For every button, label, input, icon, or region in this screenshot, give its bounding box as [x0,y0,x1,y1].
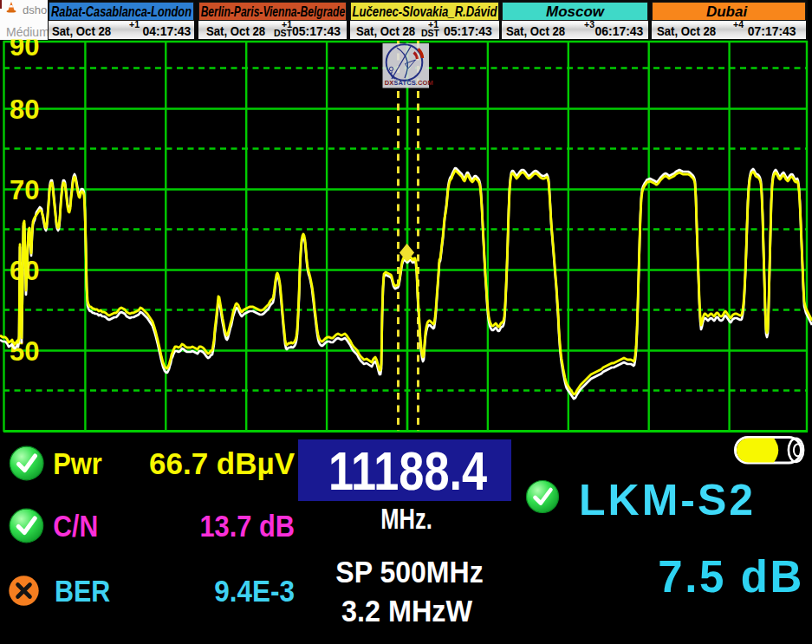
svg-text:MHz.: MHz. [380,502,432,534]
svg-text:11188.4: 11188.4 [328,441,487,502]
svg-text:80: 80 [10,94,39,125]
svg-text:7.5 dB: 7.5 dB [658,552,804,602]
svg-text:50: 50 [10,336,39,367]
svg-text:SP 500MHz: SP 500MHz [335,554,483,589]
svg-text:3.2 MHzW: 3.2 MHzW [341,593,473,628]
svg-text:90: 90 [10,31,39,62]
svg-text:Pwr: Pwr [53,446,102,480]
svg-text:DXSATCS.COM: DXSATCS.COM [385,79,433,87]
svg-text:70: 70 [10,175,39,205]
svg-text:9.4E-3: 9.4E-3 [214,575,295,608]
svg-text:C/N: C/N [53,509,98,543]
svg-text:66.7 dBµV: 66.7 dBµV [149,446,296,480]
svg-text:BER: BER [55,574,111,608]
svg-text:13.7 dB: 13.7 dB [199,510,295,543]
svg-text:LKM-S2: LKM-S2 [579,476,756,524]
